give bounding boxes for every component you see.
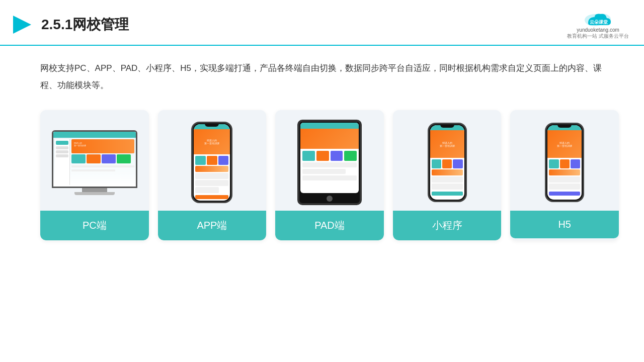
card-pad-image [275, 110, 384, 211]
phone-mockup-app: 招进人的第一堂培训课 [191, 122, 232, 203]
tablet-mockup [297, 120, 362, 205]
description-text: 网校支持PC、APP、PAD、小程序、H5，实现多端打通，产品各终端自由切换，数… [40, 60, 619, 94]
card-miniprogram-image: 招进人的第一堂培训课 [393, 110, 502, 211]
main-content: 网校支持PC、APP、PAD、小程序、H5，实现多端打通，产品各终端自由切换，数… [0, 46, 644, 250]
pc-mockup: 招进人的第一堂培训课 [52, 130, 137, 195]
card-app-label: APP端 [158, 211, 267, 240]
brand-sub-text: 教育机构一站 式服务云平台 [567, 33, 629, 40]
card-pc-label: PC端 [40, 211, 149, 240]
card-pc-image: 招进人的第一堂培训课 [40, 110, 149, 211]
header: 2.5.1网校管理 云朵课堂 yunduoketang.com 教育机构一站 式… [0, 0, 644, 46]
card-h5-image: 招进人的第一堂培训课 [510, 110, 619, 211]
card-pad-label: PAD端 [275, 211, 384, 240]
brand-logo: 云朵课堂 yunduoketang.com 教育机构一站 式服务云平台 [567, 9, 629, 40]
svg-marker-0 [13, 16, 31, 34]
phone-mockup-mini: 招进人的第一堂培训课 [428, 123, 467, 202]
brand-icon: 云朵课堂 [581, 9, 616, 27]
card-h5-label: H5 [510, 211, 619, 238]
card-pad: PAD端 [275, 110, 384, 240]
card-pc: 招进人的第一堂培训课 [40, 110, 149, 240]
card-app-image: 招进人的第一堂培训课 [158, 110, 267, 211]
card-app: 招进人的第一堂培训课 [158, 110, 267, 240]
phone-mockup-h5: 招进人的第一堂培训课 [545, 123, 584, 202]
card-miniprogram-label: 小程序 [393, 211, 502, 240]
svg-text:云朵课堂: 云朵课堂 [590, 20, 608, 25]
cloud-logo-icon: 云朵课堂 [581, 9, 616, 27]
platform-cards: 招进人的第一堂培训课 [40, 110, 619, 240]
brand-tagline: yunduoketang.com [577, 27, 619, 33]
card-miniprogram: 招进人的第一堂培训课 [393, 110, 502, 240]
page-title: 2.5.1网校管理 [41, 15, 129, 34]
logo-arrow-icon [10, 13, 34, 37]
card-h5: 招进人的第一堂培训课 [510, 110, 619, 240]
header-left: 2.5.1网校管理 [10, 13, 129, 37]
